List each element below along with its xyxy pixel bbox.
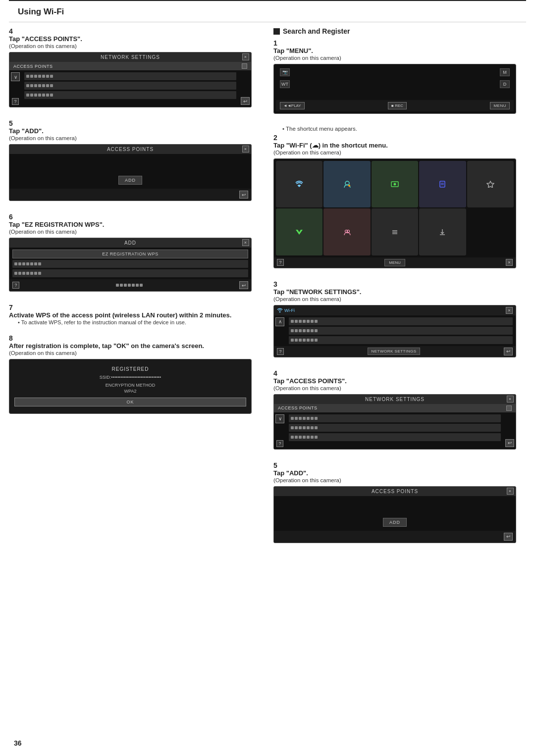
dot (30, 94, 33, 97)
step-1-right-subtext: (Operation on this camera) (273, 55, 516, 61)
wifi-shortcut-icon-7[interactable] (323, 208, 370, 255)
section-heading-search-register: Search and Register (273, 27, 526, 35)
add-button[interactable]: ADD (118, 176, 142, 185)
ap-back-button-right[interactable]: ↩ (504, 533, 513, 541)
help-button[interactable]: ? (12, 98, 19, 105)
menu-screen: 📷 M WT D (274, 64, 516, 113)
step-number-1-right: 1 (273, 39, 282, 47)
dot (38, 94, 41, 97)
ns-dots-2 (26, 84, 53, 87)
add-button-right[interactable]: ADD (383, 518, 407, 527)
step-number-3-right: 3 (273, 280, 282, 288)
wifi-chevron-wrapper: ∧ (274, 315, 286, 346)
add-back-button[interactable]: ↩ (239, 281, 248, 289)
ns-body-wrapper: ∨ ? (9, 70, 251, 107)
dot (34, 94, 37, 97)
add-x-button[interactable]: × (242, 239, 249, 246)
menu-camera-icon: 📷 (280, 68, 290, 76)
dot (30, 84, 33, 87)
ns-access-points-label: ACCESS POINTS (13, 64, 53, 69)
wifi-shortcut-footer: ? MENU × (274, 257, 516, 268)
help-button-right[interactable]: ? (276, 440, 283, 447)
wifi-shortcut-icon-9[interactable] (419, 208, 466, 255)
dot (26, 84, 29, 87)
add-help-button[interactable]: ? (12, 282, 19, 289)
ns-x-button[interactable]: × (242, 53, 249, 60)
step-8-left-text: After registration is complete, tap "OK"… (9, 342, 252, 350)
shortcut-menu-button[interactable]: MENU (384, 259, 405, 266)
step-number-6-left: 6 (9, 213, 18, 221)
add-header-label: ADD (124, 240, 136, 246)
wifi-screen: Wi-Fi × ∧ (274, 305, 516, 357)
step-number-4-right: 4 (273, 369, 282, 377)
ap-x-button[interactable]: × (242, 146, 249, 152)
wifi-shortcut-icon-8[interactable] (372, 208, 418, 255)
dot (30, 75, 33, 78)
left-step-8: 8 After registration is complete, tap "O… (9, 334, 262, 419)
dot (26, 75, 29, 78)
reg-ok-button[interactable]: OK (14, 398, 246, 406)
menu-button[interactable]: MENU (490, 102, 510, 109)
menu-wt-label: WT (281, 82, 288, 87)
shortcut-help-button[interactable]: ? (277, 259, 284, 266)
wifi-help-button[interactable]: ? (277, 348, 284, 355)
wifi-shortcut-icon-5[interactable] (467, 161, 514, 207)
wifi-chevron-up-btn[interactable]: ∧ (275, 317, 284, 326)
ap-x-button-right[interactable]: × (507, 488, 514, 495)
dot (50, 75, 53, 78)
shortcut-x-button[interactable]: × (506, 259, 513, 266)
menu-wt-icon: WT (280, 80, 290, 88)
rec-button[interactable]: ■ REC (388, 102, 407, 109)
step-number-2-right: 2 (273, 134, 282, 142)
ap-header-right-label: ACCESS POINTS (372, 489, 418, 494)
wifi-row-2 (289, 327, 513, 335)
wifi-shortcut-icon-3[interactable] (372, 161, 418, 207)
ns-x-button-right[interactable]: × (507, 396, 514, 403)
ap-header: ACCESS POINTS × (9, 145, 251, 154)
ns-header-right-label: NETWORK SETTINGS (365, 397, 425, 402)
svg-rect-5 (441, 183, 444, 185)
back-button-right[interactable]: ↩ (505, 439, 514, 447)
chevron-down-btn-right[interactable]: ∨ (275, 414, 284, 423)
play-button[interactable]: ◄◄PLAY (280, 102, 305, 109)
wifi-shortcut-icon-4[interactable] (419, 161, 466, 207)
reg-ssid: SSID:•••••••••••••••••••••••••••••••• (14, 375, 246, 380)
wifi-shortcut-icon-2[interactable] (323, 161, 370, 207)
chevron-down-btn[interactable]: ∨ (11, 72, 20, 81)
wifi-dots-1 (291, 320, 318, 323)
ap-body-right: ADD (274, 496, 516, 531)
dot (46, 75, 49, 78)
ns-screen: NETWORK SETTINGS × ACCESS POINTS ∨ (9, 52, 251, 107)
step-8-left-content: After registration is complete, tap "OK"… (9, 342, 252, 419)
step-4-right-text: Tap "ACCESS POINTS". (273, 377, 516, 385)
reg-title: REGISTERED (14, 366, 246, 372)
reg-enc-value: WPA2 (14, 389, 246, 394)
wifi-x-button[interactable]: × (506, 307, 513, 314)
step-number-5-left: 5 (9, 119, 18, 127)
wifi-shortcut-icon-1[interactable] (276, 161, 322, 207)
wifi-back-button[interactable]: ↩ (504, 348, 513, 355)
left-step-6: 6 Tap "EZ REGISTRATION WPS". (Operation … (9, 213, 262, 297)
step-7-left-content: Activate WPS of the access point (wirele… (9, 311, 252, 327)
dot (46, 94, 49, 97)
ns-checkbox-right[interactable] (506, 405, 512, 411)
ap-header-label: ACCESS POINTS (107, 147, 154, 152)
back-button[interactable]: ↩ (241, 97, 250, 105)
page-number: 36 (14, 739, 22, 747)
step-2-right-content: Tap "Wi-Fi" (☁) in the shortcut menu. (O… (273, 142, 516, 273)
ns-header-right: NETWORK SETTINGS × (274, 395, 516, 404)
ns-body-right (286, 412, 504, 449)
ns-dots-1 (26, 75, 53, 78)
ns-back-wrapper-right: ↩ (504, 412, 516, 449)
wifi-shortcut-icon-6[interactable] (276, 208, 322, 255)
menu-play-area: ◄◄PLAY ■ REC MENU (276, 100, 514, 111)
left-step-4: 4 Tap "ACCESS POINTS". (Operation on thi… (9, 27, 262, 112)
ap-back-button[interactable]: ↩ (239, 191, 248, 199)
network-settings-button[interactable]: NETWORK SETTINGS (368, 348, 420, 355)
ns-checkbox[interactable] (242, 63, 247, 69)
ap-footer-right: ↩ (274, 531, 516, 543)
step-5-left-subtext: (Operation on this camera) (9, 135, 252, 141)
step-number-4-left: 4 (9, 27, 18, 35)
menu-row-2: WT D (276, 78, 514, 90)
ez-registration-wps-button[interactable]: EZ REGISTRATION WPS (12, 250, 248, 258)
